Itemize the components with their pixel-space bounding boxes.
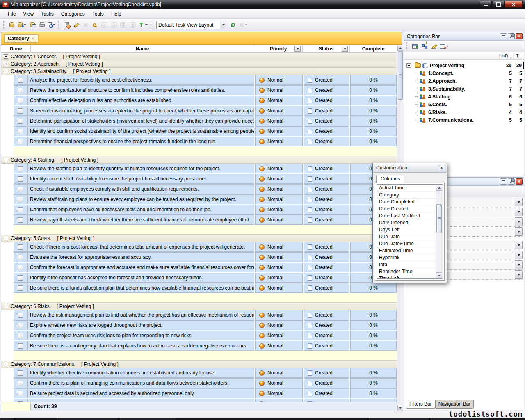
task-checkbox[interactable]: [18, 285, 23, 291]
expand-icon[interactable]: +: [4, 54, 8, 59]
delete-task-button[interactable]: [81, 20, 90, 30]
tree-category-row[interactable]: 2.Approach.77: [404, 77, 524, 85]
save-database-button[interactable]: [27, 20, 37, 30]
panel-pin-button[interactable]: [508, 178, 515, 185]
task-checkbox[interactable]: [18, 139, 23, 144]
total-column-header[interactable]: T...: [513, 53, 524, 58]
category-group-row[interactable]: −Category: 6.Risks.[ Project Vetting ]: [1, 303, 397, 310]
task-row[interactable]: Identify if the sponsor has accepted the…: [1, 273, 397, 283]
task-row[interactable]: Review staff training plans to ensure ev…: [1, 194, 397, 205]
scroll-thumb[interactable]: [436, 204, 442, 233]
column-list-item[interactable]: Date Completed: [377, 199, 436, 205]
tab-columns[interactable]: Columns: [376, 175, 404, 183]
column-list-item[interactable]: Due Date: [377, 233, 436, 240]
new-database-button[interactable]: [7, 20, 16, 30]
task-row[interactable]: Analyze the project for feasibility and …: [1, 75, 397, 85]
task-row[interactable]: Identify whether effective communication…: [1, 368, 397, 378]
restore-button[interactable]: [492, 1, 504, 8]
task-checkbox[interactable]: [18, 207, 23, 212]
panel-restore-button[interactable]: [500, 178, 507, 185]
task-checkbox[interactable]: [18, 333, 23, 338]
undone-column-header[interactable]: UnD...: [499, 53, 513, 58]
column-list-item[interactable]: Reminder Time: [377, 268, 436, 275]
scroll-up-button[interactable]: [436, 185, 442, 191]
task-row[interactable]: Identify current staff availability to e…: [1, 174, 397, 184]
column-list-item[interactable]: Time Left: [377, 275, 436, 278]
new-task-button[interactable]: [62, 20, 71, 30]
category-group-row[interactable]: −Category: 5.Costs.[ Project Vetting ]: [1, 235, 397, 242]
collapse-icon[interactable]: −: [406, 63, 411, 68]
tree-root-row[interactable]: −Project Vetting3939: [404, 62, 524, 69]
panel-close-button[interactable]: ×: [516, 178, 523, 185]
task-row[interactable]: Confirm effective delegation rules and a…: [1, 96, 397, 106]
tree-category-row[interactable]: 6.Risks.44: [404, 108, 524, 116]
task-row[interactable]: Confirm the project team uses risk logs …: [1, 331, 397, 341]
task-row[interactable]: Screen decision-making processes accepte…: [1, 106, 397, 116]
edit-category-button[interactable]: [429, 41, 438, 51]
task-checkbox[interactable]: [18, 197, 23, 202]
scroll-down-button[interactable]: [436, 272, 442, 278]
task-row[interactable]: Be sure project data is secured and acce…: [1, 388, 397, 399]
task-checkbox[interactable]: [18, 381, 23, 386]
column-header-status[interactable]: Status: [303, 45, 350, 53]
task-row[interactable]: Confirm that employees have all necessar…: [1, 205, 397, 215]
tree-category-row[interactable]: 4.Staffing.66: [404, 93, 524, 100]
task-checkbox[interactable]: [18, 343, 23, 349]
column-list-item[interactable]: Days Left: [377, 226, 436, 233]
task-row[interactable]: Review the organizational structure to c…: [1, 85, 397, 96]
category-group-row[interactable]: −Category: 4.Staffing.[ Project Vetting …: [1, 156, 397, 164]
task-row[interactable]: Explore whether the senior management us…: [1, 399, 397, 402]
category-group-row[interactable]: +Category: 1.Concept.[ Project Vetting ]: [1, 53, 397, 60]
filter-dropdown-button[interactable]: [515, 198, 523, 206]
task-checkbox[interactable]: [18, 265, 23, 270]
task-checkbox[interactable]: [18, 88, 23, 93]
task-row[interactable]: Check if available employees comply with…: [1, 184, 397, 194]
columns-list-scrollbar[interactable]: [436, 185, 443, 278]
apply-layout-button[interactable]: [228, 20, 237, 30]
collapse-icon[interactable]: −: [4, 362, 8, 366]
task-checkbox[interactable]: [18, 108, 23, 114]
filter-dropdown-button[interactable]: [515, 270, 523, 279]
dialog-close-button[interactable]: ×: [438, 165, 445, 171]
find-task-button[interactable]: [90, 20, 100, 30]
close-button[interactable]: [504, 1, 523, 8]
task-row[interactable]: Evaluate the forecast for appropriatenes…: [1, 252, 397, 262]
filter-dropdown-button[interactable]: [515, 251, 523, 259]
column-list-item[interactable]: Estimated Time: [377, 247, 436, 254]
filter-dropdown-button[interactable]: [515, 227, 523, 236]
group-by-category-button[interactable]: Category △: [4, 34, 38, 43]
tab-navigation-bar[interactable]: Navigation Bar: [435, 400, 474, 409]
column-list-item[interactable]: Date Created: [377, 205, 436, 212]
expand-icon[interactable]: +: [4, 62, 8, 66]
collapse-icon[interactable]: −: [4, 236, 8, 240]
task-row[interactable]: Determine participation of stakeholders …: [1, 116, 397, 126]
column-header-priority[interactable]: Priority: [254, 45, 303, 53]
add-subcategory-button[interactable]: [420, 41, 429, 51]
tree-category-row[interactable]: 1.Concept.55: [404, 69, 524, 77]
task-checkbox[interactable]: [18, 166, 23, 171]
column-list-item[interactable]: Category: [377, 192, 436, 199]
task-row[interactable]: Confirm there is a plan of managing comm…: [1, 378, 397, 388]
minimize-button[interactable]: [480, 1, 492, 8]
panel-pin-button[interactable]: [508, 33, 515, 39]
task-checkbox[interactable]: [18, 129, 23, 134]
open-database-button[interactable]: [16, 20, 27, 30]
column-list-item[interactable]: Hyperlink: [377, 254, 436, 261]
combo-dropdown-button[interactable]: [220, 21, 226, 29]
filter-dropdown-button[interactable]: [515, 217, 523, 226]
move-to-bottom-button[interactable]: [119, 20, 128, 30]
tree-category-row[interactable]: 7.Communications.55: [404, 116, 524, 124]
status-filter-button[interactable]: [342, 46, 348, 52]
task-checkbox[interactable]: [18, 244, 23, 250]
filter-button[interactable]: [137, 20, 149, 30]
filter-dropdown-button[interactable]: [515, 241, 523, 249]
task-row[interactable]: Be sure there is a funds allocation plan…: [1, 283, 397, 293]
menu-file[interactable]: File: [4, 10, 19, 18]
task-checkbox[interactable]: [18, 187, 23, 192]
column-header-done[interactable]: Done: [1, 45, 31, 53]
task-checkbox[interactable]: [18, 98, 23, 103]
task-checkbox[interactable]: [18, 370, 23, 376]
column-list-item[interactable]: Date Opened: [377, 219, 436, 226]
task-checkbox[interactable]: [18, 217, 23, 223]
layout-combo[interactable]: Default Task View Layout: [156, 21, 226, 29]
